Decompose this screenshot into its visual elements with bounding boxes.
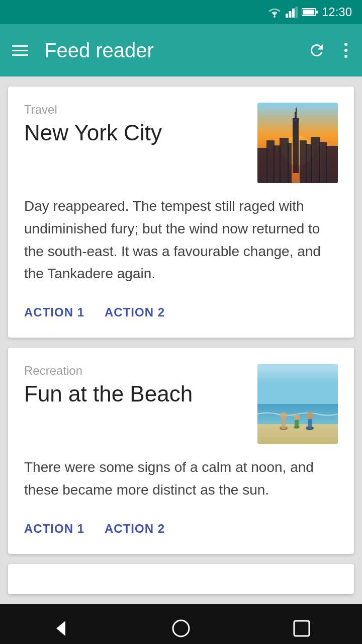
card-2: Recreation Fun at the Beach (8, 348, 354, 554)
svg-rect-1 (286, 14, 288, 18)
back-icon (50, 618, 70, 638)
svg-rect-36 (308, 418, 312, 429)
card-2-action2[interactable]: ACTION 2 (105, 518, 165, 540)
card-3-partial (8, 564, 354, 594)
svg-point-10 (344, 55, 347, 58)
app-bar: Feed reader (0, 24, 362, 76)
refresh-icon[interactable] (308, 41, 326, 59)
svg-rect-33 (295, 419, 299, 428)
card-1-header-text: Travel New York City (24, 103, 247, 145)
svg-rect-30 (282, 418, 286, 429)
nyc-skyline-svg (257, 103, 338, 183)
card-2-actions: ACTION 1 ACTION 2 (24, 518, 338, 540)
card-1-header: Travel New York City (24, 103, 338, 183)
svg-rect-25 (326, 146, 338, 183)
card-2-category: Recreation (24, 364, 247, 378)
svg-rect-19 (280, 138, 289, 183)
svg-rect-13 (293, 118, 299, 173)
battery-icon (302, 8, 318, 17)
hamburger-icon[interactable] (12, 45, 28, 56)
main-content: Travel New York City (0, 76, 362, 604)
svg-rect-20 (288, 143, 292, 183)
svg-point-34 (294, 414, 300, 420)
svg-rect-3 (292, 9, 295, 18)
svg-point-37 (306, 412, 313, 419)
recents-button[interactable] (287, 613, 317, 643)
svg-rect-23 (311, 137, 320, 183)
card-2-header: Recreation Fun at the Beach (24, 364, 338, 444)
svg-rect-26 (257, 364, 338, 404)
more-options-icon[interactable] (342, 41, 350, 59)
signal-icon (286, 7, 298, 18)
card-2-body: There were some signs of a calm at noon,… (24, 456, 338, 502)
card-1-actions: ACTION 1 ACTION 2 (24, 301, 338, 324)
home-icon (171, 618, 191, 638)
nav-bar (0, 604, 362, 644)
card-2-action1[interactable]: ACTION 1 (24, 518, 84, 540)
svg-rect-7 (316, 11, 318, 14)
beach-svg (257, 364, 338, 444)
svg-rect-2 (289, 11, 291, 18)
svg-point-0 (274, 16, 276, 18)
card-2-header-text: Recreation Fun at the Beach (24, 364, 247, 406)
svg-rect-17 (266, 140, 275, 183)
home-button[interactable] (166, 613, 196, 643)
card-2-image (257, 364, 338, 444)
svg-point-39 (173, 620, 189, 636)
status-bar: 12:30 (0, 0, 362, 24)
svg-rect-18 (274, 145, 281, 183)
card-1-action1[interactable]: ACTION 1 (24, 301, 84, 324)
svg-rect-15 (296, 108, 297, 113)
card-1-image (257, 103, 338, 183)
svg-rect-4 (295, 7, 298, 18)
svg-rect-40 (294, 621, 309, 636)
recents-icon (292, 619, 311, 638)
svg-marker-38 (56, 621, 65, 636)
wifi-icon (267, 7, 282, 18)
app-bar-title: Feed reader (44, 39, 292, 62)
svg-rect-24 (319, 142, 327, 183)
back-button[interactable] (45, 613, 75, 643)
svg-point-31 (280, 412, 287, 419)
svg-point-8 (344, 43, 347, 46)
card-1-category: Travel (24, 103, 247, 117)
svg-point-9 (344, 49, 347, 52)
card-1: Travel New York City (8, 87, 354, 338)
svg-rect-21 (300, 140, 307, 183)
card-1-action2[interactable]: ACTION 2 (105, 301, 165, 324)
status-icons: 12:30 (267, 5, 352, 19)
svg-rect-16 (257, 148, 267, 183)
svg-rect-14 (295, 112, 297, 119)
svg-rect-6 (303, 10, 314, 15)
card-1-body: Day reappeared. The tempest still raged … (24, 195, 338, 285)
card-2-title: Fun at the Beach (24, 382, 247, 406)
status-time: 12:30 (322, 5, 352, 19)
card-1-title: New York City (24, 121, 247, 145)
